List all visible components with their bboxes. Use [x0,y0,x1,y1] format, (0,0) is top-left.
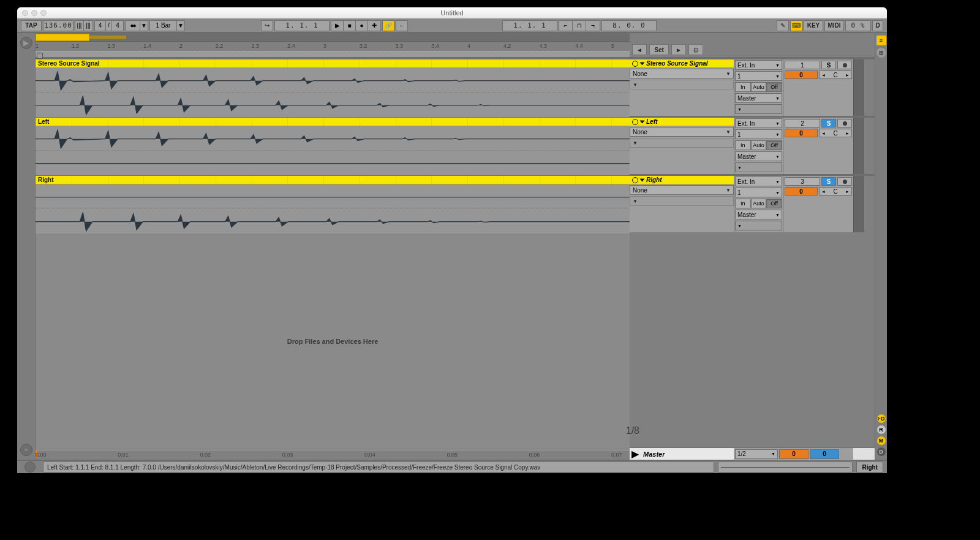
monitor-switch[interactable]: In Auto Off [735,82,782,92]
help-view-toggle-icon[interactable] [24,462,36,473]
monitor-auto[interactable]: Auto [751,82,767,92]
audio-to-select[interactable]: Master [735,93,782,103]
overview-visible-region[interactable] [36,34,89,41]
monitor-off[interactable]: Off [766,199,782,208]
clip-header[interactable]: Left [36,118,630,126]
master-play-icon[interactable]: ▶ [630,448,641,460]
beat-ruler[interactable]: 11.21.31.422.22.32.433.23.33.444.24.34.4… [36,42,630,51]
track-title-bar[interactable]: Stereo Source Signal [630,59,734,68]
midi-map-button[interactable]: MIDI [824,20,844,31]
track-number[interactable]: 1 [785,61,820,69]
track-fold-icon[interactable] [640,62,645,65]
nudge-down-icon[interactable]: ||| [75,21,84,31]
quantize-menu[interactable]: 1 Bar ▼ [149,20,185,31]
master-track-name[interactable]: Master [641,451,734,458]
channel-select[interactable]: 1 [735,129,782,139]
monitor-auto[interactable]: Auto [751,140,767,150]
track-activator-icon[interactable] [632,61,638,67]
track-volume[interactable]: 0 [785,187,818,196]
overview-strip[interactable] [36,33,630,42]
track-pan[interactable]: C [819,187,852,196]
loop-button[interactable]: ⊓ [573,21,586,31]
monitor-in[interactable]: In [735,199,751,208]
play-button[interactable]: ▶ [331,21,344,31]
computer-midi-keyboard-button[interactable]: ⌨ [790,20,802,31]
browser-toggle-icon[interactable]: ▶ [20,37,32,49]
routing-select[interactable]: None [630,185,734,195]
master-send-a[interactable]: 0 [779,449,809,459]
track-body[interactable]: Stereo Source Signal [36,59,630,116]
monitor-switch[interactable]: In Auto Off [735,140,782,150]
monitor-off[interactable]: Off [766,82,782,92]
punch-out-icon[interactable]: ¬ [586,21,600,31]
monitor-switch[interactable]: In Auto Off [735,199,782,208]
track-name-label[interactable]: Left [646,118,657,125]
set-locator-button[interactable]: Set [649,44,669,55]
metronome-menu-icon[interactable]: ▼ [140,21,148,31]
track-body[interactable]: Left [36,118,630,174]
locator-next-button[interactable]: ► [671,44,686,55]
track-title-bar[interactable]: Right [630,176,734,184]
audio-from-select[interactable]: Ext. In [735,177,782,186]
routing-select[interactable]: None [630,127,734,137]
device-slot[interactable] [630,196,734,206]
routing-select[interactable]: None [630,69,734,78]
track-name-label[interactable]: Right [646,177,662,183]
track-title-bar[interactable]: Left [630,118,734,126]
timesig-den[interactable]: 4 [112,21,123,31]
drop-zone[interactable]: Drop Files and Devices Here [36,232,630,450]
back-to-arrangement-button[interactable]: ← [396,20,408,31]
record-button[interactable]: ● [356,21,368,31]
automation-arm-button[interactable]: 🔗 [382,20,394,31]
clip-header[interactable]: Right [36,176,630,184]
arm-button[interactable] [837,119,852,127]
loop-length-display[interactable]: 8. 0. 0 [601,20,657,31]
track-volume[interactable]: 0 [785,70,818,79]
track-name-label[interactable]: Stereo Source Signal [646,60,708,67]
status-channel-label[interactable]: Right [856,462,883,473]
tap-button[interactable]: TAP [21,20,42,31]
monitor-off[interactable]: Off [766,140,782,150]
stop-button[interactable]: ■ [344,21,356,31]
time-ruler[interactable]: 0:000:010:020:030:040:050:060:07 [36,450,630,460]
cue-out-select[interactable]: 1/2 [735,449,778,459]
track-activator-icon[interactable] [632,177,638,183]
session-view-selector-icon[interactable]: ⊞ [876,48,886,58]
groove-pool-icon[interactable]: ≈ [20,444,32,456]
channel-select[interactable]: 1 [735,188,782,197]
key-map-button[interactable]: KEY [804,20,823,31]
mixer-section-toggle[interactable]: M [877,436,886,445]
locator-toggle-button[interactable]: ⊟ [688,44,703,55]
punch-in-icon[interactable]: ⌐ [559,21,573,31]
audio-to-channel[interactable] [735,162,782,172]
follow-button[interactable]: ↪ [261,20,273,31]
draw-mode-button[interactable]: ✎ [777,20,789,31]
monitor-in[interactable]: In [735,140,751,150]
audio-from-select[interactable]: Ext. In [735,118,782,128]
nudge-up-icon[interactable]: ||| [84,21,92,31]
monitor-in[interactable]: In [735,82,751,92]
arrangement-position[interactable]: 1. 1. 1 [274,20,330,31]
audio-to-select[interactable]: Master [735,210,782,219]
track-volume[interactable]: 0 [785,129,818,137]
master-volume[interactable]: 0 [810,449,839,459]
track-pan[interactable]: C [819,70,852,79]
channel-select[interactable]: 1 [735,71,782,81]
solo-button[interactable]: S [821,177,836,186]
audio-from-select[interactable]: Ext. In [735,60,782,70]
arm-button[interactable] [837,61,852,69]
tempo-display[interactable]: 136.00 [43,20,74,31]
delay-section-toggle[interactable]: D [877,447,886,456]
loop-start-display[interactable]: 1. 1. 1 [502,20,557,31]
audio-to-channel[interactable] [735,104,782,114]
monitor-auto[interactable]: Auto [751,199,767,208]
returns-section-toggle[interactable]: R [877,425,886,434]
clip-header[interactable]: Stereo Source Signal [36,59,630,68]
overdub-button[interactable]: ✚ [368,21,380,31]
audio-to-select[interactable]: Master [735,151,782,161]
locator-prev-button[interactable]: ◄ [632,44,647,55]
solo-button[interactable]: S [821,119,836,127]
arm-button[interactable] [837,177,852,186]
arrangement-view-selector-icon[interactable]: ≡ [876,36,886,45]
device-slot[interactable] [630,138,734,148]
